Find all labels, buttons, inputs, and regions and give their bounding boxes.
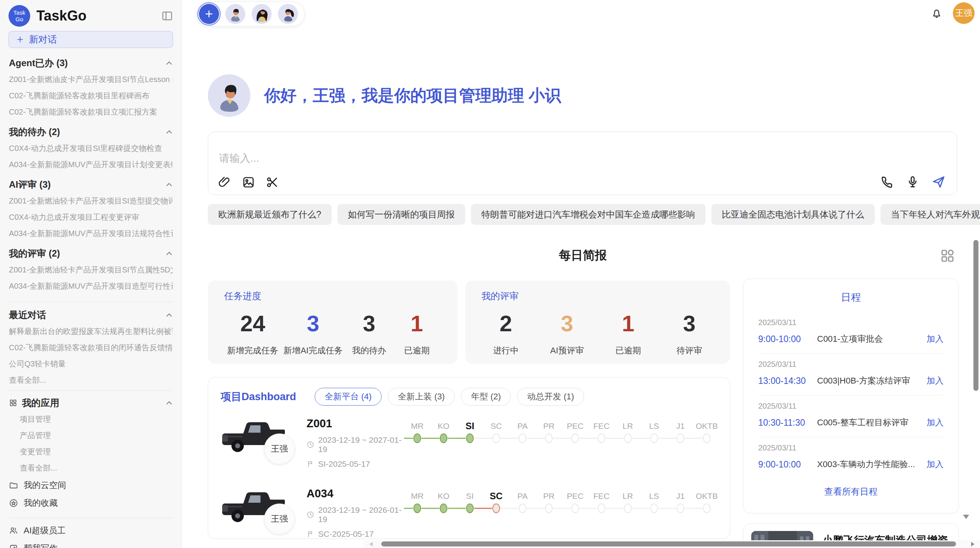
sidebar-item-cloud-space[interactable]: 我的云空间 <box>9 480 173 491</box>
stat: 3 新增AI完成任务 <box>283 311 343 356</box>
layout-grid-icon[interactable] <box>939 248 956 264</box>
sidebar-app-item[interactable]: 变更管理 <box>9 447 173 457</box>
sidebar-item-help-write[interactable]: 帮我写作 <box>9 543 173 548</box>
sidebar-app-item[interactable]: 项目管理 <box>9 414 173 424</box>
chevron-up-icon[interactable] <box>166 313 173 317</box>
section-my-review[interactable]: 我的评审 (2) <box>9 248 173 259</box>
project-owner-badge: 王强 <box>264 433 295 464</box>
chat-input[interactable] <box>219 150 800 167</box>
section-ai-review[interactable]: AI评审 (3) <box>9 180 173 190</box>
milestone: FEC <box>588 420 615 444</box>
microphone-icon[interactable] <box>906 175 920 189</box>
suggestion-chip[interactable]: 特朗普可能对进口汽车增税会对中国车企造成哪些影响 <box>471 204 706 225</box>
chevron-up-icon[interactable] <box>166 251 173 256</box>
sidebar-item[interactable]: C0X4-动力总成开发项目工程变更评审 <box>9 212 173 222</box>
scroll-right-arrow[interactable] <box>971 542 975 546</box>
sidebar-item[interactable]: Z001-全新燃油轻卡产品开发项目SI造型提交物评审 <box>9 196 173 206</box>
sidebar-collapse-icon[interactable] <box>161 10 174 22</box>
stat: 1 已逾期 <box>607 311 649 356</box>
project-row[interactable]: 王强 A034 2023-12-19 ~ 2026-01-19 SC <box>221 486 717 539</box>
chevron-up-icon[interactable] <box>166 130 173 134</box>
scroll-down-arrow[interactable] <box>963 515 969 519</box>
plus-icon <box>16 35 24 44</box>
section-agent-done[interactable]: Agent已办 (3) <box>9 58 173 68</box>
join-link[interactable]: 加入 <box>927 417 944 428</box>
sidebar-item-favorites[interactable]: 我的收藏 <box>9 498 173 509</box>
horizontal-scrollbar-thumb[interactable] <box>381 541 956 546</box>
phone-icon[interactable] <box>880 175 894 189</box>
milestone: SC <box>483 420 509 444</box>
section-my-apps[interactable]: 我的应用 <box>9 398 173 408</box>
sidebar-app-item[interactable]: 产品管理 <box>9 430 173 440</box>
sidebar-item[interactable]: C02-飞腾新能源轻客改款项目里程碑画布 <box>9 91 173 101</box>
notification-bell-icon[interactable] <box>930 7 943 19</box>
view-all-schedule-link[interactable]: 查看所有日程 <box>758 486 944 498</box>
sidebar-item-ai-employee[interactable]: AI超级员工 <box>9 525 173 536</box>
sidebar-item[interactable]: A034-全新新能源MUV产品开发项目造型可行性评审 <box>9 281 173 291</box>
sidebar-item[interactable]: C0X4-动力总成开发项目SI里程碑提交物检查 <box>9 143 173 153</box>
milestone-current-late: SC <box>483 490 509 514</box>
milestone: PEC <box>562 490 588 514</box>
event-date: 2025/03/11 <box>758 402 944 411</box>
scroll-left-arrow[interactable] <box>369 542 373 546</box>
join-link[interactable]: 加入 <box>927 333 944 345</box>
briefing-body: 任务进度 24 新增完成任务 3 新增AI完成任务 3 <box>208 279 959 548</box>
sidebar-item[interactable]: Z001-全新燃油皮卡产品开发项目SI节点Lesson Learn报告 <box>9 74 173 84</box>
section-my-todo[interactable]: 我的待办 (2) <box>9 127 173 137</box>
chevron-up-icon[interactable] <box>166 61 173 65</box>
project-owner-badge: 王强 <box>264 503 295 534</box>
milestone: PA <box>509 490 536 514</box>
sidebar-item[interactable]: A034-全新新能源MUV产品开发项目计划变更表编写 <box>9 159 173 170</box>
sidebar-item[interactable]: A034-全新新能源MUV产品开发项目法规符合性评审 <box>9 228 173 238</box>
session-avatar-3[interactable] <box>278 4 298 24</box>
dashboard-header: 项目Dashboard 全新平台 (4) 全新上装 (3) 年型 (2) 动总开… <box>221 388 717 406</box>
suggestion-chip[interactable]: 当下年轻人对汽车外观有怎样的喜好趋势 <box>881 204 980 225</box>
app-logo: Task Go <box>9 5 30 27</box>
sidebar-app-view-all[interactable]: 查看全部... <box>9 463 173 473</box>
chevron-up-icon[interactable] <box>166 182 173 187</box>
section-recent-chats[interactable]: 最近对话 <box>9 310 173 320</box>
send-icon[interactable] <box>931 175 946 189</box>
project-next-milestone: SI-2025-05-17 <box>318 459 370 469</box>
event-title: X003-车辆动力学性能验... <box>817 459 922 470</box>
briefing-title: 每日简报 <box>208 245 958 266</box>
milestone: LR <box>615 490 641 514</box>
schedule-event: 2025/03/11 13:00-14:30 C003|H0B-方案冻结评审 加… <box>758 354 944 396</box>
left-column: 任务进度 24 新增完成任务 3 新增AI完成任务 3 <box>208 279 730 539</box>
tab-model-year[interactable]: 年型 (2) <box>461 388 511 406</box>
image-icon[interactable] <box>242 175 255 189</box>
sidebar-item-view-all[interactable]: 查看全部... <box>9 375 173 385</box>
suggestion-chip[interactable]: 比亚迪全固态电池计划具体说了什么 <box>711 204 875 225</box>
vertical-scrollbar-thumb[interactable] <box>973 240 978 391</box>
paperclip-icon[interactable] <box>218 175 231 189</box>
join-link[interactable]: 加入 <box>927 375 944 387</box>
event-time: 9:00-10:00 <box>758 459 817 470</box>
user-avatar[interactable]: 王强 <box>953 2 975 24</box>
tab-all-new-platform[interactable]: 全新平台 (4) <box>315 388 382 406</box>
milestone: KO <box>430 490 457 514</box>
session-avatar-1[interactable] <box>225 4 245 24</box>
join-link[interactable]: 加入 <box>927 459 944 470</box>
sidebar-item[interactable]: C02-飞腾新能源轻客改款项目立项汇报方案 <box>9 107 173 117</box>
new-session-button[interactable] <box>199 4 219 24</box>
chevron-up-icon[interactable] <box>166 401 173 405</box>
tab-powertrain[interactable]: 动总开发 (1) <box>517 388 584 406</box>
project-row[interactable]: 王强 Z001 2023-12-19 ~ 2027-01-19 SI <box>221 416 717 469</box>
milestone: LS <box>641 490 667 514</box>
sidebar-item[interactable]: C02-飞腾新能源轻客改款项目的闭环通告反馈情况 <box>9 342 173 353</box>
sidebar-item[interactable]: 解释最新出台的欧盟报废车法规再生塑料比例被调至15%... <box>9 326 173 336</box>
sidebar-item[interactable]: 公司Q3轻卡销量 <box>9 359 173 369</box>
scissors-icon[interactable] <box>266 175 279 189</box>
stats-row: 任务进度 24 新增完成任务 3 新增AI完成任务 3 <box>208 281 730 364</box>
suggestion-chip[interactable]: 如何写一份清晰的项目周报 <box>338 204 465 225</box>
tab-all-new-body[interactable]: 全新上装 (3) <box>388 388 455 406</box>
main-area: 王强 你好，王强，我是你的项目管理助理 小识 欧洲新规最近颁布了什么? 如何写一… <box>182 0 980 548</box>
sidebar-item[interactable]: Z001-全新燃油轻卡产品开发项目SI节点属性5D文件评审 <box>9 265 173 275</box>
flag-icon <box>307 460 314 468</box>
topbar-right: 王强 <box>930 2 975 24</box>
greeting: 你好，王强，我是你的项目管理助理 小识 <box>208 74 561 117</box>
suggestion-chip[interactable]: 欧洲新规最近颁布了什么? <box>208 204 332 225</box>
horizontal-scrollbar[interactable] <box>364 540 980 548</box>
session-avatar-2[interactable] <box>252 4 272 24</box>
new-chat-button[interactable]: 新对话 <box>9 31 173 48</box>
